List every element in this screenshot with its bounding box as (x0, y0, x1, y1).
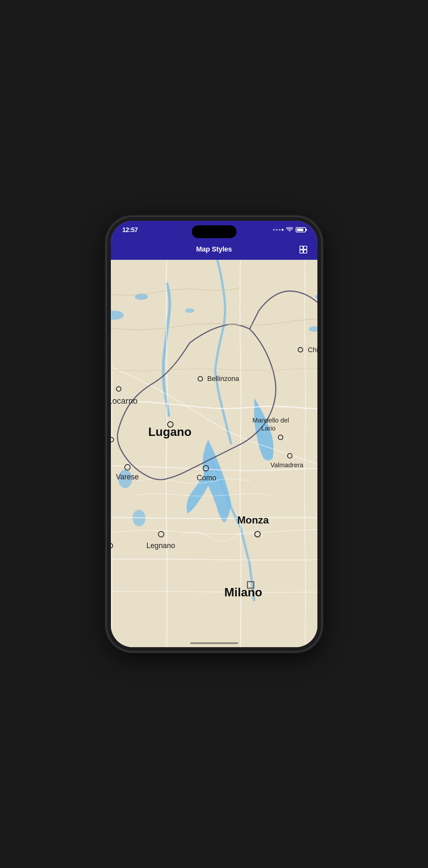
wifi-icon (286, 227, 293, 232)
navigation-bar: Map Styles (111, 239, 317, 260)
map-style-icon[interactable] (300, 245, 310, 254)
svg-rect-2 (300, 250, 303, 253)
svg-text:Varese: Varese (116, 473, 139, 481)
svg-text:Lario: Lario (261, 425, 276, 432)
svg-text:Bellinzona: Bellinzona (207, 375, 239, 382)
svg-rect-0 (300, 246, 303, 249)
svg-text:Legnano: Legnano (146, 541, 175, 550)
status-right-icons (273, 227, 306, 232)
svg-text:Como: Como (196, 474, 216, 482)
svg-rect-3 (304, 250, 307, 253)
phone-screen: 12:57 (111, 221, 317, 647)
signal-icon (273, 229, 283, 231)
svg-text:Locarno: Locarno (111, 396, 138, 406)
nav-title: Map Styles (196, 245, 232, 253)
svg-rect-1 (304, 246, 307, 249)
dynamic-island (192, 225, 237, 238)
home-indicator[interactable] (190, 642, 238, 644)
map-background: Chiavenna Bellinzona Locarno Lugano Mand… (111, 260, 317, 647)
status-time: 12:57 (122, 226, 138, 234)
phone-frame: 12:57 (107, 217, 321, 651)
svg-text:Monza: Monza (237, 514, 269, 526)
svg-text:Chiavenna: Chiavenna (307, 346, 317, 354)
map-area[interactable]: Chiavenna Bellinzona Locarno Lugano Mand… (111, 260, 317, 647)
svg-text:Lugano: Lugano (148, 425, 191, 438)
svg-text:Mandello del: Mandello del (252, 417, 288, 424)
svg-text:Milano: Milano (224, 586, 262, 599)
svg-point-8 (185, 308, 194, 313)
svg-text:Valmadrera: Valmadrera (270, 462, 304, 468)
battery-icon (296, 227, 306, 232)
map-svg: Chiavenna Bellinzona Locarno Lugano Mand… (111, 260, 317, 647)
